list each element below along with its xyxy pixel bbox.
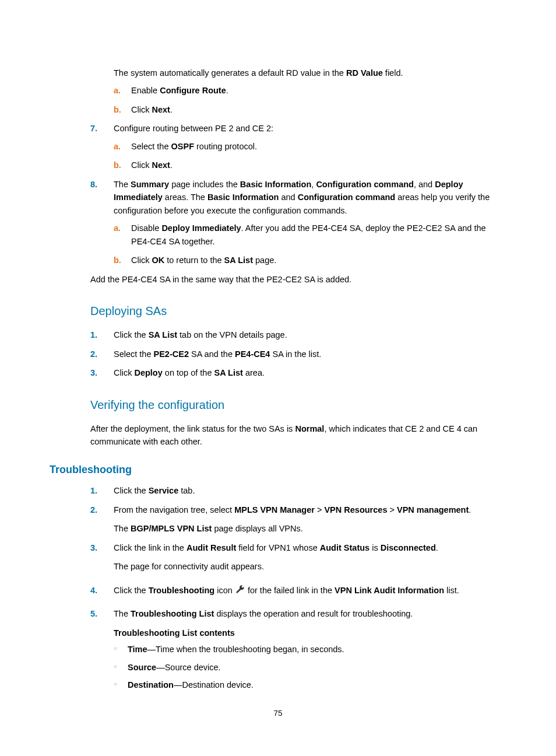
bold: Configuration command [316, 180, 414, 189]
intro-paragraph: The system automatically generates a def… [114, 66, 506, 79]
text: Configure routing between PE 2 and CE 2: [114, 124, 273, 133]
page-number: 75 [0, 708, 556, 720]
bold: Troubleshooting [149, 586, 215, 595]
text: From the navigation tree, select [114, 505, 234, 514]
text: > [315, 505, 325, 514]
list-item: ○ Time—Time when the troubleshooting beg… [114, 643, 506, 656]
list-marker-2: 2. [90, 503, 97, 516]
text: Click the [114, 330, 149, 340]
bold: PE2-CE2 [154, 349, 189, 359]
bold: SA List [224, 256, 253, 265]
bullet-marker: ○ [114, 644, 117, 653]
bold: Summary [131, 180, 169, 189]
text: areas. The [163, 192, 207, 202]
list-marker-3: 3. [90, 366, 97, 379]
bold: Audit Status [320, 543, 370, 552]
text: Click [131, 160, 152, 170]
bold: PE4-CE4 [235, 349, 270, 359]
text: The [114, 180, 131, 189]
bold: Configure Route [160, 86, 226, 95]
bold: Deploy [134, 368, 162, 377]
bullet-marker: ○ [114, 680, 117, 689]
list-item: a. Select the OSPF routing protocol. [114, 140, 506, 153]
list-marker-3: 3. [90, 541, 97, 554]
text: —Source device. [156, 663, 220, 672]
bold: Next [152, 160, 170, 170]
bold: Basic Information [207, 192, 279, 202]
bold: Disconnected [381, 543, 436, 552]
heading-verifying-configuration: Verifying the configuration [90, 396, 506, 414]
bold: VPN Resources [324, 505, 387, 514]
bold: Configuration command [298, 192, 396, 202]
list-item: 7. Configure routing between PE 2 and CE… [90, 122, 506, 172]
text: list. [444, 586, 459, 595]
text: Disable [131, 223, 161, 233]
bold: Audit Result [186, 543, 236, 552]
text: SA and the [189, 349, 235, 359]
bold: Service [149, 486, 179, 495]
list-marker-b: b. [114, 103, 121, 116]
text: to return to the [164, 256, 224, 265]
text: . [436, 543, 438, 552]
text: SA in the list. [270, 349, 321, 359]
bold: OK [152, 256, 164, 265]
list-item: 3. Click Deploy on top of the SA List ar… [90, 366, 506, 379]
list-item: ○ Destination—Destination device. [114, 678, 506, 691]
text: field for VPN1 whose [236, 543, 319, 552]
text: Click the link in the [114, 543, 186, 552]
list-item: 2. From the navigation tree, select MPLS… [90, 503, 506, 536]
list-item: 4. Click the Troubleshooting icon for th… [90, 584, 506, 597]
text: displays the operation and result for tr… [214, 609, 413, 618]
list-marker-7: 7. [90, 122, 97, 135]
list-item: 8. The Summary page includes the Basic I… [90, 178, 506, 267]
text: > [387, 505, 397, 514]
list-marker-4: 4. [90, 584, 97, 597]
bold: Troubleshooting List [131, 609, 214, 618]
bold: Normal [295, 424, 324, 433]
list-marker-1: 1. [90, 484, 97, 497]
text: After the deployment, the link status fo… [90, 424, 295, 433]
text: icon [214, 586, 235, 595]
bold: SA List [214, 368, 242, 377]
text: area. [243, 368, 265, 377]
list-marker-1: 1. [90, 328, 97, 341]
text: —Time when the troubleshooting began, in… [147, 645, 344, 654]
text: is [370, 543, 381, 552]
bold: Destination [128, 680, 174, 690]
text: Click the [114, 586, 149, 595]
list-item: 1. Click the Service tab. [90, 484, 506, 497]
bold: RD Value [346, 68, 383, 78]
bold: Time [128, 645, 147, 654]
text: routing protocol. [194, 142, 257, 151]
list-item: a. Disable Deploy Immediately. After you… [114, 222, 506, 248]
text: on top of the [163, 368, 214, 377]
text: The [114, 524, 131, 533]
text: page includes the [169, 180, 240, 189]
text: Click [114, 368, 134, 377]
list-marker-b: b. [114, 254, 121, 267]
bold: SA List [149, 330, 177, 340]
text: , and [414, 180, 435, 189]
text: The page for connectivity audit appears. [114, 560, 506, 573]
bold: Next [152, 105, 170, 114]
text: Click [131, 105, 152, 114]
bold: OSPF [171, 142, 194, 151]
list-marker-2: 2. [90, 348, 97, 360]
list-item: ○ Source—Source device. [114, 661, 506, 674]
heading-deploying-sas: Deploying SAs [90, 302, 506, 320]
list-item: a. Enable Configure Route. [114, 84, 506, 97]
text: for the failed link in the [248, 586, 335, 595]
list-marker-5: 5. [90, 607, 97, 620]
text: Click the [114, 486, 149, 495]
list-item: b. Click Next. [114, 159, 506, 172]
heading-troubleshooting: Troubleshooting [50, 462, 506, 478]
text: tab. [178, 486, 195, 495]
bold: Basic Information [240, 180, 311, 189]
list-marker-8: 8. [90, 178, 97, 191]
paragraph: Add the PE4-CE4 SA in the same way that … [90, 273, 506, 286]
list-item: 3. Click the link in the Audit Result fi… [90, 541, 506, 573]
text: The system automatically generates a def… [114, 68, 346, 78]
text: . [226, 86, 228, 95]
list-marker-a: a. [114, 84, 121, 97]
text: field. [383, 68, 403, 78]
